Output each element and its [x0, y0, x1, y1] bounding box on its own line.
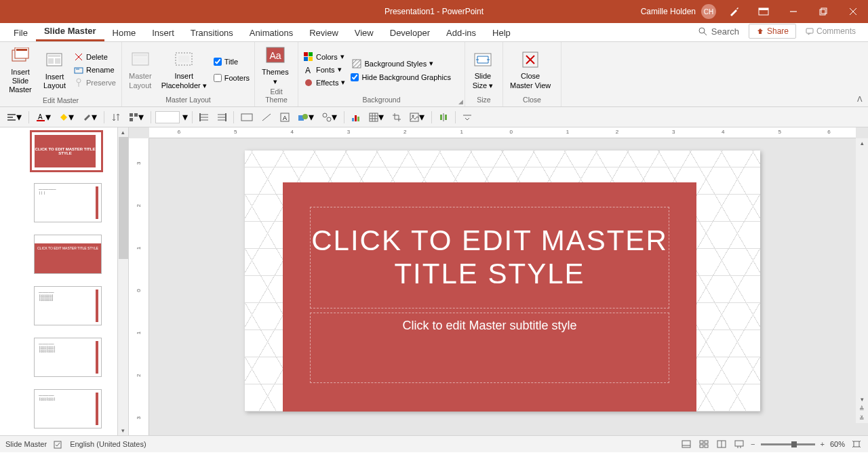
layout-thumbnail-2[interactable]: CLICK TO EDIT MASTER TITLE STYLE — [34, 235, 102, 274]
svg-rect-9 — [806, 28, 813, 33]
scroll-down-icon[interactable]: ▾ — [121, 427, 125, 434]
tab-animations[interactable]: Animations — [241, 24, 301, 41]
master-title-placeholder[interactable]: CLICK TO EDIT MASTER TITLE STYLE — [310, 207, 669, 308]
shapes-button[interactable]: ▾ — [295, 109, 317, 125]
minimize-button[interactable] — [781, 0, 806, 23]
distribute-button[interactable] — [436, 111, 451, 123]
rename-button[interactable]: Rename — [73, 64, 117, 75]
close-master-view-button[interactable]: Close Master View — [507, 47, 553, 91]
horizontal-ruler: 6543210123456 — [149, 127, 856, 138]
zoom-level[interactable]: 60% — [830, 440, 845, 448]
more-button[interactable] — [460, 113, 475, 122]
svg-point-34 — [305, 79, 312, 86]
autosave-icon[interactable] — [722, 0, 746, 23]
user-avatar[interactable]: CH — [701, 4, 716, 19]
rectangle-shape-button[interactable] — [238, 112, 256, 123]
tab-help[interactable]: Help — [484, 24, 519, 41]
tab-view[interactable]: View — [347, 24, 382, 41]
svg-point-63 — [327, 117, 331, 121]
canvas-scrollbar[interactable]: ▴▾ ≜ ≚ — [856, 138, 868, 423]
insert-slide-master-button[interactable]: Insert Slide Master — [4, 43, 37, 96]
spellcheck-icon[interactable] — [54, 439, 63, 449]
layout-thumbnail-4[interactable]: ────────│░░░│░░░││░░░│░░░│ — [34, 338, 102, 377]
prev-slide-button[interactable]: ≜ — [859, 404, 865, 414]
slide[interactable]: CLICK TO EDIT MASTER TITLE STYLE Click t… — [245, 151, 760, 412]
layout-thumbnail-5[interactable]: ────────│░░░│░░░│ — [34, 389, 102, 428]
highlight-button[interactable]: ▾ — [79, 109, 100, 125]
picture-button[interactable]: ▾ — [407, 109, 427, 125]
colors-button[interactable]: Colors ▾ — [302, 52, 347, 62]
master-layout-button[interactable]: Master Layout — [126, 47, 155, 91]
tab-transitions[interactable]: Transitions — [182, 24, 241, 41]
delete-button[interactable]: Delete — [73, 52, 117, 62]
ribbon-display-icon[interactable] — [751, 0, 776, 23]
slide-master-thumbnail[interactable]: CLICK TO EDIT MASTER TITLE STYLE — [31, 132, 102, 171]
svg-rect-14 — [48, 55, 60, 57]
svg-point-61 — [302, 114, 308, 119]
footers-checkbox[interactable]: Footers — [214, 74, 250, 82]
align-left-button[interactable] — [197, 112, 212, 123]
crop-button[interactable] — [389, 111, 404, 123]
fill-color-button[interactable]: ▾ — [56, 109, 77, 125]
themes-button[interactable]: AaThemes▾ — [259, 43, 292, 87]
hide-background-checkbox[interactable]: Hide Background Graphics — [351, 73, 450, 81]
canvas-area[interactable]: CLICK TO EDIT MASTER TITLE STYLE Click t… — [149, 138, 856, 423]
svg-rect-44 — [37, 120, 45, 121]
tab-file[interactable]: File — [5, 24, 36, 41]
background-launcher-icon[interactable]: ◢ — [458, 98, 463, 105]
preserve-button[interactable]: Preserve — [73, 77, 117, 88]
zoom-slider[interactable] — [761, 443, 815, 445]
chart-button[interactable] — [349, 111, 363, 123]
line-shape-button[interactable] — [258, 111, 275, 123]
tab-addins[interactable]: Add-ins — [438, 24, 484, 41]
smartart-button[interactable]: ▾ — [319, 109, 340, 125]
group-label-size: Size — [469, 96, 498, 105]
svg-rect-40 — [7, 114, 16, 115]
layout-thumbnail-1[interactable]: ─────────│ │ │ — [34, 183, 102, 222]
layout-thumbnail-3[interactable]: ────────│░░░░░░││░░░░░░│ — [34, 286, 102, 325]
insert-layout-button[interactable]: Insert Layout — [41, 48, 68, 92]
reading-view-button[interactable] — [715, 439, 728, 450]
tab-developer[interactable]: Developer — [382, 24, 438, 41]
search-box[interactable]: Search — [698, 26, 739, 37]
font-size-input[interactable] — [155, 111, 180, 123]
svg-rect-42 — [7, 119, 16, 121]
slide-size-button[interactable]: Slide Size ▾ — [469, 47, 496, 91]
normal-view-button[interactable] — [680, 439, 692, 450]
scroll-up-icon[interactable]: ▴ — [121, 129, 125, 136]
maximize-button[interactable] — [811, 0, 835, 23]
effects-button[interactable]: Effects ▾ — [302, 77, 347, 88]
status-language[interactable]: English (United States) — [70, 440, 146, 448]
slideshow-view-button[interactable] — [733, 439, 745, 450]
share-button[interactable]: Share — [749, 24, 796, 39]
svg-rect-90 — [854, 441, 859, 447]
fit-window-button[interactable] — [850, 439, 863, 450]
sort-button[interactable] — [108, 111, 123, 123]
textbox-button[interactable]: A — [277, 111, 292, 123]
insert-placeholder-button[interactable]: Insert Placeholder ▾ — [159, 47, 210, 91]
zoom-in-button[interactable]: + — [821, 440, 825, 448]
svg-rect-75 — [445, 115, 447, 120]
tab-slide-master[interactable]: Slide Master — [36, 22, 104, 41]
zoom-out-button[interactable]: − — [751, 440, 755, 448]
master-subtitle-placeholder[interactable]: Click to edit Master subtitle style — [310, 313, 669, 383]
title-checkbox[interactable]: Title — [214, 58, 250, 66]
tab-home[interactable]: Home — [104, 24, 144, 41]
table-button[interactable]: ▾ — [366, 109, 387, 125]
align-menu[interactable]: ▾ — [4, 109, 24, 125]
tab-review[interactable]: Review — [301, 24, 347, 41]
svg-rect-1 — [759, 8, 768, 10]
align-right-button[interactable] — [214, 112, 229, 123]
fonts-button[interactable]: AFonts ▾ — [302, 64, 347, 75]
sorter-view-button[interactable] — [698, 439, 710, 450]
thumbnail-scrollbar[interactable]: ▴▾ — [117, 127, 128, 435]
close-button[interactable] — [841, 0, 865, 23]
selection-pane-button[interactable]: ▾ — [126, 109, 146, 125]
user-name: Camille Holden — [641, 7, 696, 16]
collapse-ribbon-icon[interactable]: ᐱ — [857, 95, 863, 104]
font-color-button[interactable]: A▾ — [33, 109, 54, 125]
background-styles-button[interactable]: Background Styles ▾ — [351, 58, 450, 69]
comments-button[interactable]: Comments — [806, 26, 856, 36]
next-slide-button[interactable]: ≚ — [859, 414, 865, 423]
tab-insert[interactable]: Insert — [144, 24, 182, 41]
